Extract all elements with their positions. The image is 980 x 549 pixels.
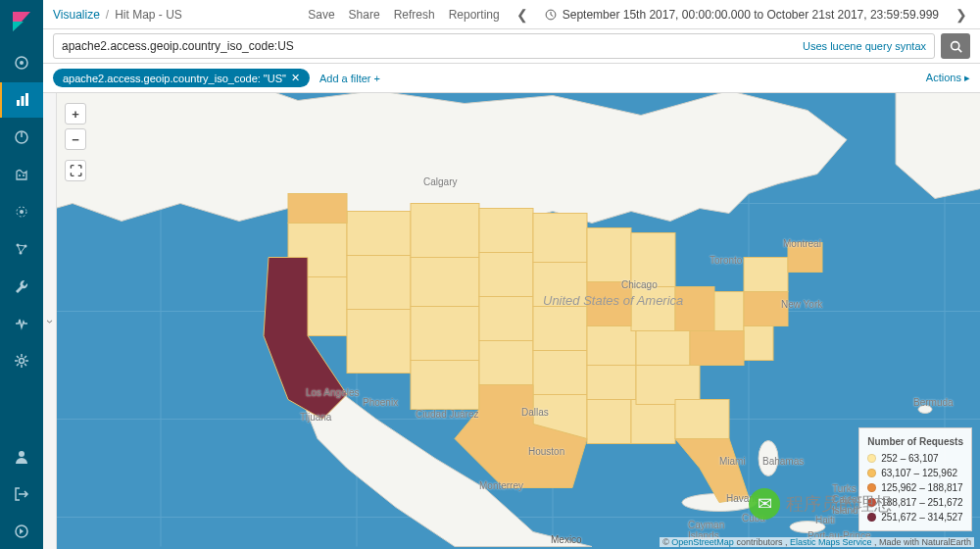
query-hint[interactable]: Uses lucene query syntax <box>803 40 926 52</box>
close-icon[interactable]: ✕ <box>291 72 300 84</box>
svg-rect-61 <box>631 287 675 331</box>
legend-label: 125,962 – 188,817 <box>881 480 962 495</box>
nav-management[interactable] <box>0 343 43 378</box>
fit-bounds-button[interactable]: ⛶ <box>65 160 86 181</box>
svg-rect-37 <box>411 258 479 307</box>
search-button[interactable] <box>941 33 970 59</box>
nav-collapse[interactable] <box>0 514 43 549</box>
nav-rail <box>0 0 43 549</box>
svg-rect-39 <box>411 361 479 410</box>
filter-actions[interactable]: Actions ▸ <box>926 72 970 84</box>
nav-account[interactable] <box>0 439 43 474</box>
svg-rect-48 <box>533 351 587 395</box>
time-range-text: September 15th 2017, 00:00:00.000 to Oct… <box>563 8 939 22</box>
add-filter-button[interactable]: Add a filter + <box>319 73 380 84</box>
nav-devtools[interactable] <box>0 269 43 304</box>
query-value: apache2.access.geoip.country_iso_code:US <box>62 39 294 53</box>
breadcrumb-sep: / <box>106 8 109 22</box>
svg-rect-58 <box>675 400 729 439</box>
svg-rect-67 <box>744 292 788 326</box>
svg-rect-54 <box>587 400 631 444</box>
svg-rect-60 <box>744 258 788 292</box>
svg-rect-68 <box>788 243 822 273</box>
nav-discover[interactable] <box>0 45 43 80</box>
svg-rect-41 <box>479 253 533 297</box>
svg-rect-47 <box>533 307 587 351</box>
svg-rect-35 <box>347 310 411 374</box>
legend-swatch <box>867 469 876 477</box>
breadcrumb: Visualize / Hit Map - US <box>53 8 182 22</box>
legend-label: 63,107 – 125,962 <box>881 466 957 480</box>
panel-collapse[interactable]: › <box>43 93 57 549</box>
svg-point-6 <box>19 175 21 176</box>
legend-row: 252 – 63,107 <box>867 451 963 466</box>
svg-point-9 <box>20 210 24 214</box>
time-next-icon[interactable]: ❯ <box>953 7 970 23</box>
nav-monitoring[interactable] <box>0 306 43 341</box>
nav-timelion[interactable] <box>0 157 43 192</box>
svg-point-17 <box>951 41 958 49</box>
svg-rect-33 <box>347 212 411 256</box>
nav-apm[interactable] <box>0 194 43 229</box>
osm-link[interactable]: OpenStreetMap <box>671 537 734 547</box>
legend-label: 251,672 – 314,527 <box>881 510 962 524</box>
wechat-icon: ✉ <box>749 488 780 520</box>
reporting-button[interactable]: Reporting <box>449 8 500 22</box>
clock-icon <box>545 9 557 21</box>
svg-rect-56 <box>636 331 690 366</box>
svg-rect-63 <box>288 194 347 224</box>
time-prev-icon[interactable]: ❮ <box>514 7 531 23</box>
time-range[interactable]: September 15th 2017, 00:00:00.000 to Oct… <box>545 8 939 22</box>
svg-rect-51 <box>631 233 675 287</box>
watermark-text: 程序员的理想 <box>786 492 892 516</box>
svg-rect-66 <box>690 331 744 366</box>
watermark: ✉ 程序员的理想 <box>749 488 892 520</box>
legend-swatch <box>867 454 876 463</box>
map-attribution: © OpenStreetMap contributors , Elastic M… <box>660 537 974 547</box>
svg-rect-38 <box>411 307 479 361</box>
svg-point-1 <box>20 61 24 65</box>
nav-graph[interactable] <box>0 231 43 267</box>
svg-point-28 <box>790 522 825 533</box>
svg-point-30 <box>918 406 932 414</box>
svg-rect-57 <box>636 366 700 405</box>
filter-bar: apache2.access.geoip.country_iso_code: "… <box>43 64 980 93</box>
svg-rect-52 <box>587 326 636 366</box>
breadcrumb-current: Hit Map - US <box>115 8 182 22</box>
svg-point-14 <box>19 451 24 457</box>
nav-visualize[interactable] <box>0 82 43 118</box>
svg-rect-62 <box>744 326 773 361</box>
map-svg <box>43 93 980 549</box>
query-bar: apache2.access.geoip.country_iso_code:US… <box>43 29 980 64</box>
share-button[interactable]: Share <box>349 8 380 22</box>
breadcrumb-root[interactable]: Visualize <box>53 8 100 22</box>
svg-point-7 <box>23 175 24 176</box>
map-canvas[interactable]: › + − ⛶ <box>43 93 980 549</box>
svg-rect-50 <box>587 228 631 282</box>
save-button[interactable]: Save <box>308 8 334 22</box>
zoom-out-button[interactable]: − <box>65 128 86 150</box>
svg-rect-36 <box>411 204 479 258</box>
nav-logout[interactable] <box>0 476 43 512</box>
svg-point-29 <box>759 441 778 476</box>
svg-rect-4 <box>25 93 28 106</box>
svg-rect-40 <box>479 209 533 253</box>
zoom-in-button[interactable]: + <box>65 103 86 125</box>
ems-link[interactable]: Elastic Maps Service <box>790 537 872 547</box>
legend-label: 188,817 – 251,672 <box>881 495 962 510</box>
svg-rect-53 <box>587 366 636 400</box>
svg-rect-3 <box>22 96 24 106</box>
svg-rect-46 <box>533 263 587 307</box>
filter-pill-label: apache2.access.geoip.country_iso_code: "… <box>63 73 286 84</box>
svg-rect-64 <box>587 282 631 326</box>
svg-rect-55 <box>631 400 675 444</box>
svg-rect-34 <box>347 256 411 310</box>
query-input[interactable]: apache2.access.geoip.country_iso_code:US… <box>53 33 935 59</box>
nav-dashboard[interactable] <box>0 120 43 155</box>
legend-label: 252 – 63,107 <box>881 451 938 466</box>
kibana-logo <box>10 10 33 33</box>
svg-rect-45 <box>533 214 587 263</box>
refresh-button[interactable]: Refresh <box>394 8 435 22</box>
legend-title: Number of Requests <box>867 434 963 449</box>
filter-pill[interactable]: apache2.access.geoip.country_iso_code: "… <box>53 69 310 87</box>
